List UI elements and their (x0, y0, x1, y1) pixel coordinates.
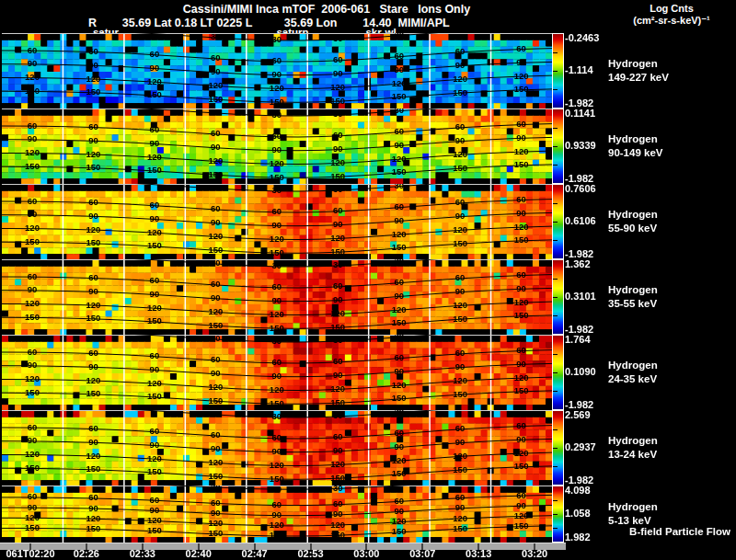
species-label: Hydrogen (608, 57, 669, 71)
contour-label-60: 60 (150, 495, 160, 505)
contour-label-120: 120 (25, 298, 40, 308)
contour-label-120: 120 (147, 76, 162, 86)
colorbar-scale-bottom: 1.982 (565, 531, 591, 543)
contour-label-60: 60 (394, 201, 404, 211)
colorbar-scale-top: 0.7606 (565, 183, 596, 194)
contour-label-60: 60 (271, 499, 282, 509)
contour-label-90: 90 (150, 138, 160, 148)
channel-label: Hydrogen55-90 keV (608, 208, 658, 235)
contour-label-90: 90 (150, 289, 160, 299)
contour-label-120: 120 (392, 78, 407, 88)
contour-label-120: 120 (453, 513, 467, 523)
colorbar-tick (553, 354, 558, 355)
colorbar (552, 410, 564, 486)
contour-label-60: 60 (394, 126, 404, 136)
contour-label-30: 30 (394, 33, 404, 40)
contour-label-120: 120 (270, 158, 284, 168)
colorbar-tick (553, 222, 558, 223)
colorbar (552, 184, 564, 259)
time-tick-label: 02:33 (130, 548, 155, 559)
contour-label-150: 150 (453, 389, 467, 399)
colorbar-tick (553, 528, 558, 529)
contour-label-150: 150 (392, 526, 407, 536)
contour-label-150: 150 (392, 166, 407, 177)
contour-label-30: 30 (271, 336, 282, 346)
colorbar-tick (553, 297, 558, 298)
contour-label-150: 150 (208, 395, 223, 406)
contour-label-150: 150 (392, 91, 407, 101)
plot-title: Cassini/MIMI Inca mTOF 2006-061 Stare Io… (87, 3, 566, 16)
contour-label-30: 30 (394, 109, 404, 115)
contour-label-90: 90 (271, 509, 282, 520)
contour-label-120: 120 (208, 457, 223, 467)
contour-label-120: 120 (514, 448, 529, 458)
units-line2: (cm²-sr-s-keV)⁻¹ (607, 15, 736, 27)
contour-label-150: 150 (25, 161, 40, 171)
contour-label-90: 90 (88, 437, 98, 447)
contour-label-60: 60 (271, 131, 282, 141)
contour-overlay: 3030303060606060606060606090909090909090… (2, 33, 552, 109)
species-label: Hydrogen (608, 434, 658, 448)
spectrogram-panel-149-227keV: 3030303060606060606060606090909090909090… (0, 33, 736, 109)
contour-label-60: 60 (88, 348, 98, 358)
contour-label-150: 150 (147, 466, 162, 476)
contour-label-30: 30 (333, 109, 343, 119)
contour-label-90: 90 (211, 142, 221, 152)
contour-label-60: 60 (211, 279, 221, 289)
contour-label-90: 90 (28, 58, 38, 68)
contour-label-60: 60 (88, 46, 98, 56)
contour-label-120: 120 (208, 382, 223, 392)
colorbar-tick (553, 466, 558, 467)
units-line1: Log Cnts (607, 3, 736, 15)
contour-label-90: 90 (394, 366, 404, 376)
contour-label-60: 60 (271, 281, 282, 291)
contour-label-90: 90 (455, 286, 466, 296)
species-label: Hydrogen (608, 208, 658, 222)
contour-label-90: 90 (394, 441, 404, 451)
contour-label-90: 90 (88, 286, 98, 296)
spectrogram-panel-13-24keV: 3030303060606060606060606090909090909090… (0, 410, 736, 486)
contour-label-30: 30 (333, 33, 343, 43)
contour-label-90: 90 (28, 209, 38, 219)
contour-label-30: 30 (271, 34, 282, 44)
contour-label-90: 90 (333, 219, 343, 229)
contour-label-120: 120 (25, 449, 40, 459)
contour-label-60: 60 (211, 354, 221, 364)
contour-label-60: 60 (455, 197, 466, 207)
contour-label-30: 30 (271, 486, 282, 494)
colorbar-scale-mid: 0.9339 (565, 140, 596, 151)
contour-label-150: 150 (330, 397, 345, 407)
contour-label-60: 60 (394, 277, 404, 287)
contour-label-90: 90 (28, 133, 38, 143)
contour-label-120: 120 (514, 372, 529, 383)
colorbar (552, 33, 564, 109)
colorbar-tick (553, 279, 558, 280)
contour-label-60: 60 (88, 423, 98, 433)
contour-label-60: 60 (211, 52, 221, 63)
contour-label-90: 90 (211, 508, 221, 518)
contour-label-150: 150 (330, 96, 345, 106)
contour-label-150: 150 (392, 468, 407, 478)
species-label: Hydrogen (608, 283, 658, 297)
contour-label-120: 120 (147, 227, 162, 237)
contour-label-90: 90 (455, 502, 466, 512)
contour-label-90: 90 (516, 283, 526, 293)
contour-label-60: 60 (333, 130, 343, 140)
contour-label-90: 90 (88, 135, 98, 145)
contour-label-60: 60 (150, 124, 160, 134)
contour-label-60: 60 (211, 497, 221, 508)
contour-label-120: 120 (86, 451, 101, 461)
contour-label-120: 120 (392, 455, 407, 465)
energy-label: 90-149 keV (608, 146, 662, 160)
contour-overlay: 3030306060606060606060609090909090909090… (2, 486, 552, 543)
contour-label-120: 120 (270, 460, 284, 470)
colorbar (552, 109, 564, 184)
contour-label-150: 150 (86, 237, 101, 247)
contour-label-120: 120 (392, 380, 407, 390)
contour-label-90: 90 (211, 368, 221, 378)
contour-label-60: 60 (150, 200, 160, 210)
contour-label-120: 120 (514, 222, 529, 232)
contour-label-120: 120 (453, 149, 467, 159)
contour-label-120: 120 (86, 513, 101, 523)
contour-label-30: 30 (211, 184, 221, 192)
